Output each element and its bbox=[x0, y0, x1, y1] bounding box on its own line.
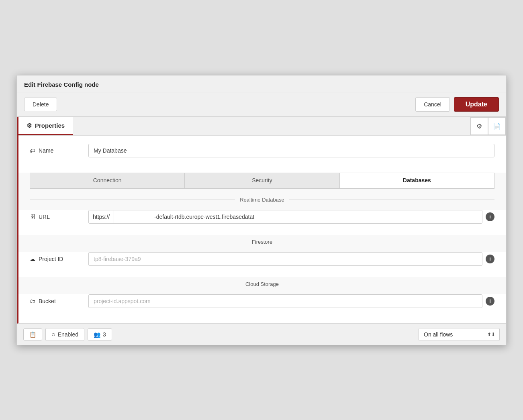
footer-left: 📋 ○ Enabled 👥 3 bbox=[23, 328, 112, 341]
settings-icon-btn[interactable]: ⚙ bbox=[470, 117, 488, 135]
firestore-section: ☁ Project ID i bbox=[18, 252, 506, 277]
project-id-info-icon[interactable]: i bbox=[486, 255, 494, 263]
project-id-input-wrapper: i bbox=[88, 252, 494, 266]
cloud-storage-section: 🗂 Bucket i bbox=[18, 294, 506, 323]
flows-select-wrapper: On all flows On current flow ⬆⬇ bbox=[419, 328, 500, 341]
update-button[interactable]: Update bbox=[454, 97, 499, 112]
footer-right: On all flows On current flow ⬆⬇ bbox=[419, 328, 500, 341]
notebook-button[interactable]: 📋 bbox=[23, 328, 42, 340]
flows-select[interactable]: On all flows On current flow bbox=[419, 328, 483, 340]
gear-icon: ⚙ bbox=[27, 122, 32, 129]
name-row: 🏷 Name bbox=[30, 144, 494, 157]
toolbar-right: Cancel Update bbox=[415, 97, 499, 112]
url-suffix: -default-rtdb.europe-west1.firebasedatat bbox=[150, 210, 482, 223]
edit-dialog: Edit Firebase Config node Delete Cancel … bbox=[16, 75, 507, 345]
tab-icons-right: ⚙ 📄 bbox=[470, 117, 506, 135]
bucket-input[interactable] bbox=[88, 294, 482, 308]
users-count: 3 bbox=[103, 331, 106, 338]
url-middle-input[interactable] bbox=[114, 210, 150, 223]
doc-icon-btn[interactable]: 📄 bbox=[488, 117, 506, 135]
url-input-wrapper: https:// -default-rtdb.europe-west1.fire… bbox=[88, 210, 494, 224]
project-id-label: ☁ Project ID bbox=[30, 256, 82, 262]
users-icon: 👥 bbox=[94, 331, 100, 338]
name-input[interactable] bbox=[88, 144, 494, 157]
enabled-label: Enabled bbox=[58, 331, 78, 338]
dialog-toolbar: Delete Cancel Update bbox=[17, 92, 506, 117]
bucket-info-icon[interactable]: i bbox=[486, 297, 494, 306]
bucket-row: 🗂 Bucket i bbox=[30, 294, 494, 308]
properties-tab-bar: ⚙ Properties ⚙ 📄 bbox=[18, 117, 506, 136]
tab-properties[interactable]: ⚙ Properties bbox=[18, 117, 73, 135]
delete-button[interactable]: Delete bbox=[24, 98, 57, 111]
firestore-divider: Firestore bbox=[30, 239, 494, 245]
dialog-title: Edit Firebase Config node bbox=[17, 75, 506, 92]
cloud-icon: ☁ bbox=[30, 256, 35, 262]
url-row: 🗄 URL https:// -default-rtdb.europe-west… bbox=[30, 210, 494, 224]
name-section: 🏷 Name bbox=[18, 136, 506, 173]
bucket-input-wrapper: i bbox=[88, 294, 494, 308]
url-info-icon[interactable]: i bbox=[486, 212, 494, 221]
cancel-button[interactable]: Cancel bbox=[415, 97, 450, 112]
realtime-db-divider: Realtime Database bbox=[30, 197, 494, 203]
enabled-button[interactable]: ○ Enabled bbox=[45, 328, 84, 341]
url-label: 🗄 URL bbox=[30, 214, 82, 220]
project-id-row: ☁ Project ID i bbox=[30, 252, 494, 266]
bucket-label: 🗂 Bucket bbox=[30, 298, 82, 304]
url-section: 🗄 URL https:// -default-rtdb.europe-west… bbox=[18, 210, 506, 235]
users-button[interactable]: 👥 3 bbox=[88, 328, 112, 340]
tab-connection[interactable]: Connection bbox=[30, 173, 185, 188]
tag-icon: 🏷 bbox=[30, 147, 35, 154]
project-id-input[interactable] bbox=[88, 252, 482, 266]
name-label: 🏷 Name bbox=[30, 147, 82, 154]
database-icon: 🗄 bbox=[30, 214, 35, 220]
cloud-storage-divider: Cloud Storage bbox=[30, 281, 494, 287]
dialog-body: ⚙ Properties ⚙ 📄 🏷 Name bbox=[17, 117, 506, 324]
tab-databases[interactable]: Databases bbox=[340, 173, 494, 188]
notebook-icon: 📋 bbox=[29, 331, 36, 338]
sub-tabs: Connection Security Databases bbox=[30, 173, 494, 189]
settings-icon: ⚙ bbox=[476, 122, 482, 130]
tab-security[interactable]: Security bbox=[185, 173, 339, 188]
doc-icon: 📄 bbox=[493, 122, 501, 130]
bucket-icon: 🗂 bbox=[30, 298, 35, 304]
dialog-footer: 📋 ○ Enabled 👥 3 On all flows On current … bbox=[17, 324, 506, 345]
tab-properties-label: Properties bbox=[35, 122, 65, 129]
url-prefix: https:// bbox=[89, 210, 114, 223]
url-field-container: https:// -default-rtdb.europe-west1.fire… bbox=[88, 210, 482, 224]
select-arrow-icon: ⬆⬇ bbox=[483, 329, 499, 340]
enabled-circle-icon: ○ bbox=[51, 331, 55, 338]
